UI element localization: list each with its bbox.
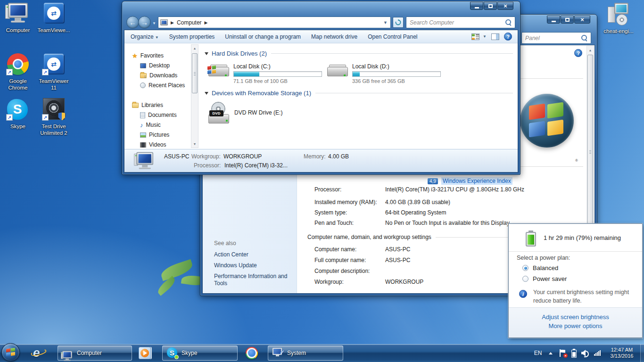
internet-explorer-button[interactable]: e	[33, 346, 40, 360]
nav-pictures[interactable]: Pictures	[140, 131, 169, 139]
teamviewer-icon: ⇄↗	[42, 53, 66, 75]
radio-unselected-icon[interactable]	[522, 276, 528, 282]
help-button[interactable]: ?	[504, 33, 512, 41]
desktop-icon-skype[interactable]: S↗ Skype	[0, 98, 36, 130]
explorer-search-box[interactable]: Search Computer	[406, 16, 515, 28]
taskbar-button-label: Computer	[77, 350, 102, 356]
maximize-button[interactable]	[561, 16, 574, 24]
info-icon: i	[519, 290, 527, 298]
plan-label: Power saver	[533, 275, 567, 282]
taskbar-button-system[interactable]: ✓ System	[268, 346, 343, 361]
wei-link[interactable]: Windows Experience Index	[441, 177, 512, 185]
desktop-icon-teamviewer-11[interactable]: ⇄↗ TeamViewer 11	[36, 53, 72, 91]
nav-documents[interactable]: Documents	[140, 111, 177, 119]
nav-favorites[interactable]: ★Favorites	[132, 51, 164, 60]
scroll-up-arrow[interactable]: ▲	[587, 47, 594, 54]
details-pane: ASUS-PC Workgroup: WORKGROUP Memory: 4.0…	[124, 149, 518, 172]
show-desktop-button[interactable]	[640, 344, 644, 362]
see-also-heading: See also	[214, 240, 236, 247]
battery-tray-icon[interactable]	[569, 349, 579, 358]
action-center-link[interactable]: Action Center	[214, 251, 248, 258]
scrollbar-thumb[interactable]	[192, 53, 198, 93]
refresh-button[interactable]	[393, 17, 404, 28]
row-value: Intel(R) Core(TM) i3-3217U CPU @ 1.80GHz…	[385, 186, 524, 193]
volume-tray-icon[interactable]	[579, 350, 591, 356]
help-icon[interactable]: ?	[574, 49, 582, 57]
taskbar-button-computer[interactable]: Computer	[58, 346, 132, 361]
nav-videos[interactable]: Videos	[140, 140, 166, 149]
scroll-down-arrow[interactable]: ▼	[191, 140, 198, 148]
forward-button[interactable]: →	[138, 16, 151, 29]
more-power-options-link[interactable]: More power options	[509, 322, 642, 329]
breadcrumb-arrow-icon[interactable]: ▶	[205, 20, 208, 25]
tray-time: 12:47 AM	[611, 347, 634, 353]
drive-c[interactable]: Local Disk (C:) 71.1 GB free of 100 GB	[207, 63, 325, 84]
desktop-icon-label: TeamViewe...	[38, 27, 70, 33]
close-button[interactable]: ×	[497, 2, 513, 10]
back-button[interactable]: ←	[126, 16, 139, 29]
organize-menu[interactable]: Organize▼	[125, 31, 164, 42]
nav-desktop[interactable]: Desktop	[140, 61, 170, 70]
control-panel-search-box[interactable]: Panel	[521, 32, 591, 44]
minimize-button[interactable]	[547, 16, 560, 24]
recent-pages-dropdown[interactable]: ▼	[152, 21, 156, 25]
breadcrumb[interactable]: Computer	[177, 19, 202, 26]
collapse-triangle-icon[interactable]	[205, 92, 208, 95]
uninstall-button[interactable]: Uninstall or change a program	[220, 31, 306, 42]
navpane-scrollbar[interactable]: ▲ ▼	[191, 44, 198, 148]
performance-info-link[interactable]: Performance Information and Tools	[214, 273, 289, 287]
radio-selected-icon[interactable]	[522, 265, 528, 271]
address-dropdown-icon[interactable]: ▼	[383, 20, 388, 25]
windows-update-link[interactable]: Windows Update	[214, 262, 257, 269]
shortcut-arrow-icon: ↗	[42, 69, 49, 75]
network-tray-icon[interactable]	[591, 350, 603, 356]
maximize-button[interactable]	[484, 2, 497, 10]
address-bar[interactable]: ▶ Computer ▶ ▼	[158, 16, 391, 28]
close-button[interactable]: ×	[574, 16, 590, 24]
computer-icon	[135, 151, 155, 171]
scrollbar-thumb[interactable]	[587, 55, 593, 249]
preview-pane-button[interactable]	[491, 33, 499, 40]
start-button[interactable]	[1, 343, 20, 362]
plan-power-saver[interactable]: Power saver	[522, 275, 567, 282]
dvd-drive[interactable]: DVD DVD RW Drive (E:)	[207, 102, 282, 123]
desktop-icon-teamviewer[interactable]: ⇄ TeamViewe...	[36, 2, 72, 33]
scroll-up-arrow[interactable]: ▲	[191, 45, 198, 52]
chevron-down-icon: ▼	[483, 34, 487, 39]
wei-row[interactable]: 4,9 Windows Experience Index	[428, 177, 512, 185]
details-processor-label: Processor:	[194, 162, 221, 169]
desktop-icon-cheat-engine[interactable]: cheat-engi...	[601, 3, 636, 34]
taskbar-button-skype[interactable]: S Skype	[162, 346, 238, 361]
breadcrumb-arrow-icon: ▶	[171, 20, 174, 25]
desktop-icon-computer[interactable]: Computer	[0, 2, 36, 33]
group-header-removable[interactable]: Devices with Removable Storage (1)	[205, 90, 513, 97]
nav-recent-places[interactable]: Recent Places	[140, 81, 185, 90]
language-indicator[interactable]: EN	[531, 350, 545, 356]
system-icon: ✓	[272, 348, 284, 358]
windows-media-player-button[interactable]	[139, 347, 151, 359]
group-header-hdd[interactable]: Hard Disk Drives (2)	[205, 50, 513, 57]
navigation-pane: ★Favorites Desktop ↓Downloads Recent Pla…	[124, 43, 190, 149]
adjust-brightness-link[interactable]: Adjust screen brightness	[509, 313, 642, 321]
desktop-icon-google-chrome[interactable]: ↗ Google Chrome	[0, 53, 36, 91]
desktop-icon	[140, 63, 146, 68]
tray-date: 3/13/2016	[611, 353, 634, 359]
map-network-drive-button[interactable]: Map network drive	[306, 31, 363, 42]
action-center-tray-icon[interactable]: ×	[556, 349, 569, 357]
chrome-button[interactable]	[246, 347, 258, 359]
row-value: ASUS-PC	[385, 246, 410, 253]
plan-balanced[interactable]: Balanced	[522, 264, 558, 272]
clock[interactable]: 12:47 AM 3/13/2016	[603, 347, 640, 359]
nav-downloads[interactable]: ↓Downloads	[140, 71, 177, 80]
open-control-panel-button[interactable]: Open Control Panel	[363, 31, 422, 42]
drive-d[interactable]: Local Disk (D:) 336 GB free of 365 GB	[326, 63, 444, 84]
system-properties-button[interactable]: System properties	[164, 31, 220, 42]
minimize-button[interactable]	[470, 2, 483, 10]
nav-libraries[interactable]: Libraries	[132, 101, 163, 109]
show-hidden-icons-button[interactable]	[545, 352, 556, 354]
collapse-triangle-icon[interactable]	[205, 52, 208, 55]
online-status-icon	[174, 355, 179, 359]
change-view-button[interactable]: ▼	[471, 33, 487, 40]
nav-music[interactable]: ♪Music	[140, 121, 161, 129]
desktop-icon-test-drive-unlimited-2[interactable]: ↗ Test Drive Unlimited 2	[36, 98, 72, 136]
